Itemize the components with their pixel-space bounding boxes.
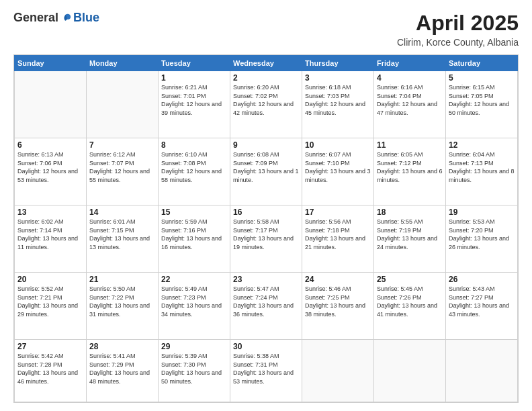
day-number: 7 [89, 140, 155, 150]
day-number: 17 [305, 208, 371, 217]
day-number: 4 [377, 73, 443, 83]
day-info: Sunrise: 5:47 AM Sunset: 7:24 PM Dayligh… [233, 285, 299, 318]
table-row: 7Sunrise: 6:12 AM Sunset: 7:07 PM Daylig… [87, 138, 159, 205]
logo: General Blue [13, 11, 99, 25]
day-info: Sunrise: 6:04 AM Sunset: 7:13 PM Dayligh… [449, 150, 515, 184]
table-row [87, 71, 159, 138]
table-row: 17Sunrise: 5:56 AM Sunset: 7:18 PM Dayli… [302, 205, 374, 273]
day-info: Sunrise: 6:18 AM Sunset: 7:03 PM Dayligh… [305, 83, 371, 117]
day-number: 30 [233, 342, 299, 351]
table-row: 23Sunrise: 5:47 AM Sunset: 7:24 PM Dayli… [230, 273, 302, 340]
table-row: 6Sunrise: 6:13 AM Sunset: 7:06 PM Daylig… [15, 138, 87, 205]
day-info: Sunrise: 6:01 AM Sunset: 7:15 PM Dayligh… [89, 218, 155, 251]
day-number: 18 [377, 208, 443, 217]
day-info: Sunrise: 5:50 AM Sunset: 7:22 PM Dayligh… [89, 285, 155, 318]
table-row: 26Sunrise: 5:43 AM Sunset: 7:27 PM Dayli… [446, 273, 518, 340]
table-row [15, 71, 87, 138]
month-year: April 2025 [397, 11, 519, 36]
day-number: 12 [449, 140, 515, 150]
day-info: Sunrise: 5:58 AM Sunset: 7:17 PM Dayligh… [233, 218, 299, 251]
day-info: Sunrise: 5:56 AM Sunset: 7:18 PM Dayligh… [305, 218, 371, 251]
day-info: Sunrise: 5:49 AM Sunset: 7:23 PM Dayligh… [161, 285, 227, 318]
day-number: 16 [233, 208, 299, 217]
day-info: Sunrise: 6:13 AM Sunset: 7:06 PM Dayligh… [17, 150, 83, 184]
day-number: 21 [89, 275, 155, 284]
day-number: 11 [377, 140, 443, 150]
day-info: Sunrise: 6:21 AM Sunset: 7:01 PM Dayligh… [161, 83, 227, 117]
day-number: 28 [89, 342, 155, 351]
day-info: Sunrise: 5:43 AM Sunset: 7:27 PM Dayligh… [449, 285, 515, 318]
table-row: 2Sunrise: 6:20 AM Sunset: 7:02 PM Daylig… [230, 71, 302, 138]
day-number: 29 [161, 342, 227, 351]
title-section: April 2025 Clirim, Korce County, Albania [397, 11, 519, 48]
table-row: 28Sunrise: 5:41 AM Sunset: 7:29 PM Dayli… [87, 340, 159, 402]
page: General Blue April 2025 Clirim, Korce Co… [0, 0, 532, 411]
day-info: Sunrise: 5:41 AM Sunset: 7:29 PM Dayligh… [89, 352, 155, 385]
day-number: 19 [449, 208, 515, 217]
day-number: 15 [161, 208, 227, 217]
header-monday: Monday [87, 56, 159, 71]
location: Clirim, Korce County, Albania [397, 37, 519, 48]
day-number: 8 [161, 140, 227, 150]
table-row: 3Sunrise: 6:18 AM Sunset: 7:03 PM Daylig… [302, 71, 374, 138]
table-row: 21Sunrise: 5:50 AM Sunset: 7:22 PM Dayli… [87, 273, 159, 340]
day-info: Sunrise: 6:07 AM Sunset: 7:10 PM Dayligh… [305, 150, 371, 184]
day-info: Sunrise: 5:53 AM Sunset: 7:20 PM Dayligh… [449, 218, 515, 251]
logo-general: General [13, 11, 58, 25]
day-info: Sunrise: 6:20 AM Sunset: 7:02 PM Dayligh… [233, 83, 299, 117]
header-friday: Friday [374, 56, 446, 71]
table-row: 11Sunrise: 6:05 AM Sunset: 7:12 PM Dayli… [374, 138, 446, 205]
day-info: Sunrise: 5:46 AM Sunset: 7:25 PM Dayligh… [305, 285, 371, 318]
table-row: 5Sunrise: 6:15 AM Sunset: 7:05 PM Daylig… [446, 71, 518, 138]
day-info: Sunrise: 5:45 AM Sunset: 7:26 PM Dayligh… [377, 285, 443, 318]
table-row: 15Sunrise: 5:59 AM Sunset: 7:16 PM Dayli… [159, 205, 230, 273]
day-info: Sunrise: 6:02 AM Sunset: 7:14 PM Dayligh… [17, 218, 83, 251]
day-info: Sunrise: 5:55 AM Sunset: 7:19 PM Dayligh… [377, 218, 443, 251]
day-number: 25 [377, 275, 443, 284]
header-sunday: Sunday [15, 56, 87, 71]
table-row: 10Sunrise: 6:07 AM Sunset: 7:10 PM Dayli… [302, 138, 374, 205]
calendar: Sunday Monday Tuesday Wednesday Thursday… [13, 54, 519, 403]
day-info: Sunrise: 6:08 AM Sunset: 7:09 PM Dayligh… [233, 150, 299, 184]
day-number: 2 [233, 73, 299, 83]
logo-bird-icon [60, 12, 72, 24]
table-row: 27Sunrise: 5:42 AM Sunset: 7:28 PM Dayli… [15, 340, 87, 402]
table-row: 9Sunrise: 6:08 AM Sunset: 7:09 PM Daylig… [230, 138, 302, 205]
day-number: 20 [17, 275, 83, 284]
day-number: 9 [233, 140, 299, 150]
day-info: Sunrise: 6:15 AM Sunset: 7:05 PM Dayligh… [449, 83, 515, 117]
table-row: 25Sunrise: 5:45 AM Sunset: 7:26 PM Dayli… [374, 273, 446, 340]
day-info: Sunrise: 5:42 AM Sunset: 7:28 PM Dayligh… [17, 352, 83, 385]
table-row [446, 340, 518, 402]
day-number: 23 [233, 275, 299, 284]
table-row: 16Sunrise: 5:58 AM Sunset: 7:17 PM Dayli… [230, 205, 302, 273]
day-info: Sunrise: 6:12 AM Sunset: 7:07 PM Dayligh… [89, 150, 155, 184]
day-number: 22 [161, 275, 227, 284]
calendar-header-row: Sunday Monday Tuesday Wednesday Thursday… [15, 56, 518, 71]
day-number: 24 [305, 275, 371, 284]
header: General Blue April 2025 Clirim, Korce Co… [13, 11, 519, 48]
table-row: 1Sunrise: 6:21 AM Sunset: 7:01 PM Daylig… [159, 71, 230, 138]
table-row: 18Sunrise: 5:55 AM Sunset: 7:19 PM Dayli… [374, 205, 446, 273]
day-number: 27 [17, 342, 83, 351]
day-info: Sunrise: 5:59 AM Sunset: 7:16 PM Dayligh… [161, 218, 227, 251]
day-info: Sunrise: 5:52 AM Sunset: 7:21 PM Dayligh… [17, 285, 83, 318]
day-info: Sunrise: 5:39 AM Sunset: 7:30 PM Dayligh… [161, 352, 227, 385]
day-info: Sunrise: 5:38 AM Sunset: 7:31 PM Dayligh… [233, 352, 299, 385]
day-number: 3 [305, 73, 371, 83]
table-row: 8Sunrise: 6:10 AM Sunset: 7:08 PM Daylig… [159, 138, 230, 205]
table-row: 13Sunrise: 6:02 AM Sunset: 7:14 PM Dayli… [15, 205, 87, 273]
table-row: 24Sunrise: 5:46 AM Sunset: 7:25 PM Dayli… [302, 273, 374, 340]
table-row [374, 340, 446, 402]
header-saturday: Saturday [446, 56, 518, 71]
day-number: 5 [449, 73, 515, 83]
day-number: 13 [17, 208, 83, 217]
table-row: 30Sunrise: 5:38 AM Sunset: 7:31 PM Dayli… [230, 340, 302, 402]
day-info: Sunrise: 6:10 AM Sunset: 7:08 PM Dayligh… [161, 150, 227, 184]
table-row: 12Sunrise: 6:04 AM Sunset: 7:13 PM Dayli… [446, 138, 518, 205]
day-number: 1 [161, 73, 227, 83]
header-thursday: Thursday [302, 56, 374, 71]
table-row: 19Sunrise: 5:53 AM Sunset: 7:20 PM Dayli… [446, 205, 518, 273]
table-row: 20Sunrise: 5:52 AM Sunset: 7:21 PM Dayli… [15, 273, 87, 340]
day-info: Sunrise: 6:16 AM Sunset: 7:04 PM Dayligh… [377, 83, 443, 117]
